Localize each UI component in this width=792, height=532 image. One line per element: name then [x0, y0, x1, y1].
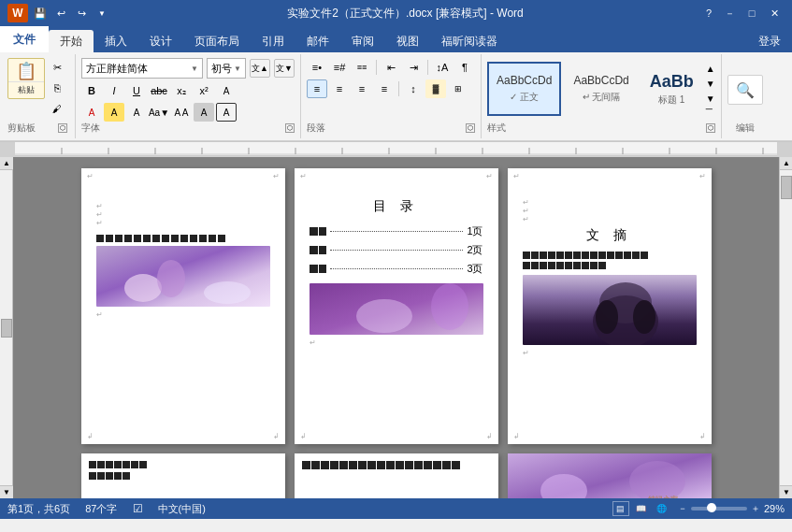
clipboard-group: 📋 粘贴 ✂ ⎘ 🖌 剪贴板 ⬡: [0, 54, 76, 138]
right-scrollbar[interactable]: ▲ ▼: [779, 157, 792, 498]
maximize-button[interactable]: □: [742, 5, 762, 22]
style-no-space-item[interactable]: AaBbCcDd ↵ 无间隔: [565, 62, 637, 116]
tab-review[interactable]: 审阅: [340, 30, 385, 52]
justify-button[interactable]: ≡: [374, 79, 395, 98]
styles-scroll-down[interactable]: ▼: [706, 79, 715, 89]
qat-more-button[interactable]: ▼: [94, 5, 110, 22]
show-marks-button[interactable]: ¶: [454, 58, 475, 77]
strikethrough-button[interactable]: abc: [149, 81, 169, 100]
shading-button[interactable]: ▓: [425, 79, 446, 98]
zoom-controls: － ＋ 29%: [678, 502, 785, 515]
window-title: 实验文件2（正式文件）.docx [兼容模式] - Word: [110, 6, 700, 22]
align-center-button[interactable]: ≡: [329, 79, 350, 98]
decrease-indent-button[interactable]: ⇤: [381, 58, 401, 77]
edit-button[interactable]: 🔍: [727, 75, 763, 105]
font-expand[interactable]: ⬡: [285, 123, 295, 133]
subscript-button[interactable]: x₂: [171, 81, 192, 100]
tab-foxit[interactable]: 福昕阅读器: [430, 30, 509, 52]
tab-view[interactable]: 视图: [385, 30, 430, 52]
status-right: ▤ 📖 🌐 － ＋ 29%: [612, 501, 785, 516]
svg-point-19: [157, 260, 185, 297]
format-painter-button[interactable]: 🖌: [47, 99, 67, 118]
align-left-button[interactable]: ≡: [307, 79, 327, 98]
redo-qat-button[interactable]: ↪: [73, 5, 90, 22]
svg-text:纯绿之家: 纯绿之家: [647, 495, 679, 498]
zoom-out-button[interactable]: －: [678, 502, 687, 515]
increase-font-button[interactable]: 文▲: [250, 59, 270, 78]
tab-insert[interactable]: 插入: [94, 30, 138, 52]
bullets-button[interactable]: ≡•: [307, 58, 327, 77]
close-button[interactable]: ✕: [764, 5, 785, 22]
bold-button[interactable]: [81, 81, 102, 100]
borders-button[interactable]: ⊞: [448, 79, 468, 98]
view-reading[interactable]: 📖: [633, 501, 650, 516]
toc-item-2: 2页: [310, 243, 483, 257]
char-border-button[interactable]: A: [216, 103, 237, 122]
zoom-percent: 29%: [764, 503, 785, 514]
numbering-button[interactable]: ≡#: [329, 58, 350, 77]
page-info: 第1页，共6页: [7, 502, 70, 516]
undo-qat-button[interactable]: ↩: [52, 5, 69, 22]
tab-design[interactable]: 设计: [138, 30, 183, 52]
multilevel-button[interactable]: ≡≡: [352, 58, 372, 77]
scrollbar-up-btn[interactable]: ▲: [780, 157, 792, 170]
scrollbar-thumb[interactable]: [781, 176, 792, 199]
quick-access-toolbar: 💾 ↩ ↪ ▼: [32, 5, 110, 22]
svg-point-23: [431, 283, 468, 330]
cut-button[interactable]: ✂: [47, 58, 67, 77]
pages-container: ↵ ↵ ↵ ↵ ↵: [13, 157, 779, 498]
toc-item-3: 3页: [310, 262, 483, 276]
highlight-button[interactable]: A: [104, 103, 124, 122]
paragraph-expand[interactable]: ⬡: [466, 123, 475, 133]
italic-button[interactable]: [104, 81, 124, 100]
paste-button[interactable]: 📋 粘贴: [7, 58, 45, 99]
view-print-layout[interactable]: ▤: [612, 501, 629, 516]
font-color-button[interactable]: A: [81, 103, 102, 122]
style-h1-item[interactable]: AaBb 标题 1: [641, 62, 702, 116]
superscript-button[interactable]: x²: [194, 81, 214, 100]
tab-file[interactable]: 文件: [0, 26, 49, 52]
style-normal-item[interactable]: AaBbCcDd ✓ 正文: [487, 62, 561, 116]
clear-format-button[interactable]: Aa▼: [149, 103, 169, 122]
login-button[interactable]: 登录: [747, 30, 792, 52]
underline-button[interactable]: [126, 81, 147, 100]
styles-expand[interactable]: ▼─: [706, 93, 715, 114]
page-4-partial: [81, 453, 285, 498]
tab-mailings[interactable]: 邮件: [295, 30, 340, 52]
align-right-button[interactable]: ≡: [352, 79, 372, 98]
tab-layout[interactable]: 页面布局: [183, 30, 251, 52]
tab-references[interactable]: 引用: [251, 30, 295, 52]
scroll-up-arrow[interactable]: ▲: [0, 157, 13, 170]
save-qat-button[interactable]: 💾: [32, 5, 49, 22]
zoom-in-button[interactable]: ＋: [751, 502, 760, 515]
char-shading-button[interactable]: A: [194, 103, 214, 122]
document-area: ▲ ▼ ↵ ↵ ↵ ↵ ↵: [0, 157, 792, 498]
copy-button[interactable]: ⎘: [47, 79, 67, 97]
zoom-slider[interactable]: [691, 507, 747, 510]
view-web[interactable]: 🌐: [654, 501, 670, 516]
paste-label: 粘贴: [8, 81, 44, 96]
title-bar-left: W 💾 ↩ ↪ ▼: [7, 4, 110, 22]
help-button[interactable]: ?: [700, 5, 717, 22]
increase-indent-button[interactable]: ⇥: [403, 58, 424, 77]
font-color2-button[interactable]: A: [126, 103, 147, 122]
line-spacing-button[interactable]: ↕: [403, 79, 424, 98]
clipboard-expand[interactable]: ⬡: [58, 123, 67, 133]
text-effect-button[interactable]: A: [216, 81, 237, 100]
decrease-font-button[interactable]: 文▼: [274, 59, 295, 78]
scroll-thumb-v[interactable]: [1, 319, 12, 338]
minimize-button[interactable]: －: [719, 5, 740, 22]
sort-button[interactable]: ↕A: [432, 58, 453, 77]
styles-expand-btn[interactable]: ⬡: [706, 123, 715, 133]
styles-scroll-up[interactable]: ▲: [706, 64, 715, 74]
toc-page-1: 1页: [467, 224, 482, 238]
ruler: [0, 142, 792, 157]
font-name-select[interactable]: 方正胖娃简体 ▼: [81, 58, 203, 79]
text-case-button[interactable]: A A: [171, 103, 192, 122]
tab-start[interactable]: 开始: [49, 30, 94, 52]
scroll-down-arrow[interactable]: ▼: [0, 485, 13, 498]
page1-bl: ↲: [87, 432, 94, 440]
font-size-select[interactable]: 初号 ▼: [207, 58, 246, 79]
status-bar: 第1页，共6页 87个字 ☑ 中文(中国) ▤ 📖 🌐 － ＋ 29%: [0, 498, 792, 519]
scrollbar-down-btn[interactable]: ▼: [780, 485, 792, 498]
